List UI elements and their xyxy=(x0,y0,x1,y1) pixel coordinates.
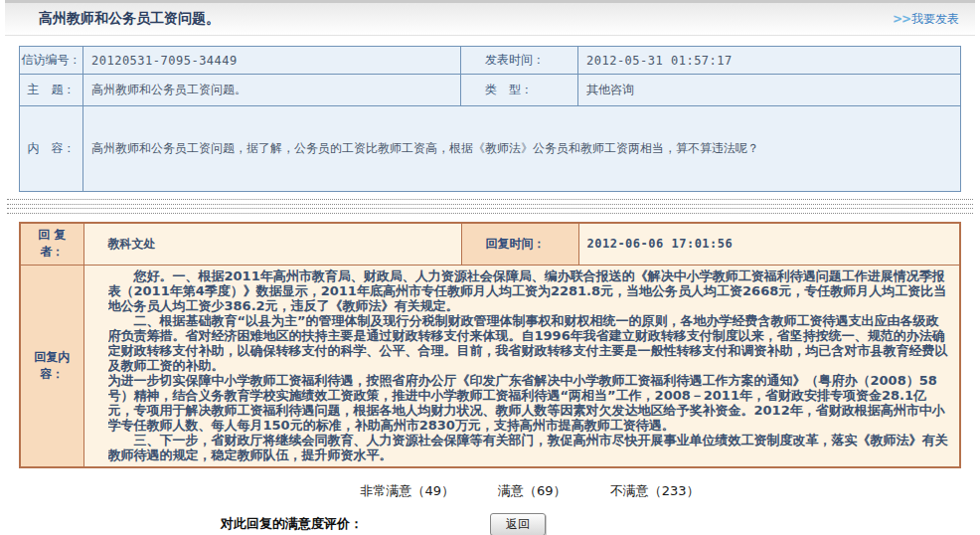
replier-label-text: 回 复 者： xyxy=(32,227,72,261)
petition-row-subject-type: 主 题： 高州教师和公务员工资问题。 类 型： 其他咨询 xyxy=(20,75,961,106)
rating-options: 非常满意（49） 满意（69） 不满意（233） xyxy=(0,482,980,500)
page-header: 高州教师和公务员工资问题。 >>我要发表 xyxy=(5,0,975,36)
rating-unsatisfied[interactable]: 不满意（233） xyxy=(610,483,700,498)
petition-subject-label: 主 题： xyxy=(20,75,83,106)
dotted-separator xyxy=(7,199,973,205)
page: 高州教师和公务员工资问题。 >>我要发表 信访编号： 20120531-7095… xyxy=(0,0,980,535)
petition-subject-value: 高州教师和公务员工资问题。 xyxy=(83,75,461,106)
reply-paragraph: 您好。一、根据2011年高州市教育局、财政局、人力资源社会保障局、编办联合报送的… xyxy=(108,268,950,313)
reply-paragraph: 二、根据基础教育“以县为主”的管理体制及现行分税制财政管理体制事权和财权相统一的… xyxy=(108,313,950,373)
back-button[interactable]: 返回 xyxy=(490,513,546,535)
publish-link[interactable]: >>我要发表 xyxy=(893,11,959,28)
replier-value: 教科文处 xyxy=(83,223,461,265)
rating-very-satisfied[interactable]: 非常满意（49） xyxy=(360,483,454,498)
petition-time-label: 发表时间： xyxy=(461,47,578,75)
evaluation-row: 对此回复的满意度评价： 返回 xyxy=(0,513,980,535)
reply-table: 回 复 者： 教科文处 回复时间： 2012-06-06 17:01:56 回复… xyxy=(19,222,961,468)
reply-paragraph: 为进一步切实保障中小学教师工资福利待遇，按照省府办公厅《印发广东省解决中小学教师… xyxy=(108,373,950,433)
reply-paragraph: 三、下一步，省财政厅将继续会同教育、人力资源社会保障等有关部门，敦促高州市尽快开… xyxy=(108,433,950,462)
petition-type-value: 其他咨询 xyxy=(578,75,961,106)
reply-time-value: 2012-06-06 17:01:56 xyxy=(578,223,960,265)
petition-row-id-time: 信访编号： 20120531-7095-34449 发表时间： 2012-05-… xyxy=(20,47,961,75)
petition-content-label: 内 容： xyxy=(20,106,83,192)
reply-time-label: 回复时间： xyxy=(461,223,578,265)
reply-content-label-text: 回复内容： xyxy=(32,349,72,383)
publish-link-label: 我要发表 xyxy=(911,12,959,26)
reply-row-content: 回复内容： 您好。一、根据2011年高州市教育局、财政局、人力资源社会保障局、编… xyxy=(20,265,960,467)
rating-prompt: 对此回复的满意度评价： xyxy=(221,515,363,533)
petition-table: 信访编号： 20120531-7095-34449 发表时间： 2012-05-… xyxy=(19,46,961,192)
petition-type-label: 类 型： xyxy=(461,75,578,106)
dotted-separator xyxy=(7,208,973,214)
replier-label: 回 复 者： xyxy=(20,223,83,265)
petition-id-label: 信访编号： xyxy=(20,47,83,75)
petition-row-content: 内 容： 高州教师和公务员工资问题，据了解，公务员的工资比教师工资高，根据《教师… xyxy=(20,106,961,192)
reply-content-cell: 您好。一、根据2011年高州市教育局、财政局、人力资源社会保障局、编办联合报送的… xyxy=(83,265,960,467)
reply-content: 您好。一、根据2011年高州市教育局、财政局、人力资源社会保障局、编办联合报送的… xyxy=(108,268,950,463)
double-arrow-icon: >> xyxy=(893,12,910,26)
page-title: 高州教师和公务员工资问题。 xyxy=(39,10,220,28)
reply-content-label: 回复内容： xyxy=(20,265,83,467)
petition-content-value: 高州教师和公务员工资问题，据了解，公务员的工资比教师工资高，根据《教师法》公务员… xyxy=(83,106,961,192)
petition-time-value: 2012-05-31 01:57:17 xyxy=(578,47,961,75)
rating-satisfied[interactable]: 满意（69） xyxy=(498,483,567,498)
petition-id-value: 20120531-7095-34449 xyxy=(83,47,461,75)
reply-row-header: 回 复 者： 教科文处 回复时间： 2012-06-06 17:01:56 xyxy=(20,223,960,265)
